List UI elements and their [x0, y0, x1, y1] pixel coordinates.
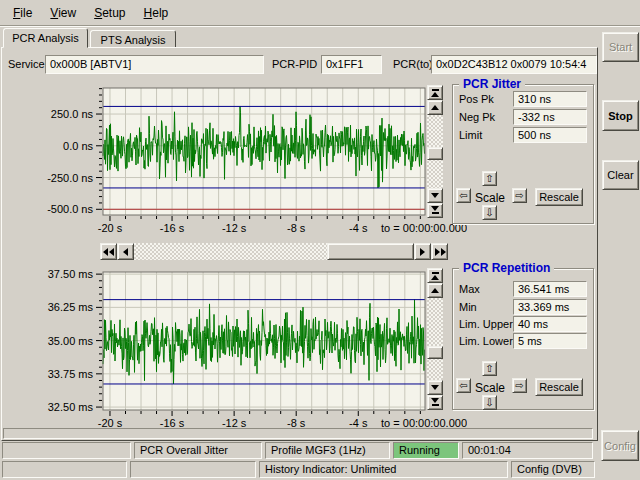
scroll-down-icon[interactable]: [427, 380, 443, 395]
status-history-indicator: History Indicator: Unlimited: [259, 461, 508, 478]
menu-help[interactable]: Help: [135, 3, 178, 23]
scale-down-icon[interactable]: ⇩: [482, 205, 497, 220]
pcr-pid-label: PCR-PID: [272, 58, 317, 70]
scroll-top-icon[interactable]: [427, 268, 443, 283]
pcr-repetition-group-title: PCR Repetition: [459, 261, 554, 275]
scroll-up-icon[interactable]: [427, 100, 443, 115]
pcr-pid-field: 0x1FF1: [321, 55, 382, 74]
tab-pts-analysis[interactable]: PTS Analysis: [90, 30, 176, 48]
svg-text:-12 s: -12 s: [222, 222, 247, 234]
jitter-scroll-track[interactable]: [427, 115, 443, 188]
pcr-jitter-chart: 250.0 ns0.0 ns-250.0 ns-500.0 ns-20 s-16…: [5, 84, 467, 236]
pcr-to-label: PCR(to): [393, 58, 433, 70]
status-profile: Profile MGF3 (1Hz): [265, 442, 390, 459]
svg-text:35.00 ms: 35.00 ms: [48, 335, 94, 347]
scroll-bottom-icon[interactable]: [427, 395, 443, 410]
svg-text:250.0 ns: 250.0 ns: [51, 108, 94, 120]
repetition-scroll-track[interactable]: [427, 298, 443, 380]
svg-text:32.50 ms: 32.50 ms: [48, 401, 94, 413]
scale-up-icon[interactable]: ⇧: [482, 171, 497, 186]
min-value: 33.369 ms: [513, 299, 587, 315]
jitter-vertical-scrollbar[interactable]: [427, 85, 443, 218]
time-scroll-thumb[interactable]: [327, 243, 414, 260]
time-scrollbar[interactable]: [100, 243, 448, 260]
config-button[interactable]: Config: [601, 430, 639, 461]
app-window: File View Setup Help PCR Analysis PTS An…: [0, 0, 640, 480]
svg-text:-250.0 ns: -250.0 ns: [47, 172, 93, 184]
lim-upper-label: Lim. Upper: [459, 318, 513, 330]
scale-up-icon[interactable]: ⇧: [482, 361, 497, 376]
scale-label: Scale: [475, 381, 505, 395]
status-config-mode: Config (DVB): [511, 461, 595, 478]
scroll-far-right-icon[interactable]: [431, 243, 448, 260]
scale-right-icon[interactable]: ⇨: [512, 378, 527, 393]
menu-view[interactable]: View: [41, 3, 85, 23]
scroll-up-icon[interactable]: [427, 283, 443, 298]
scale-right-icon[interactable]: ⇨: [512, 188, 527, 203]
scroll-far-left-icon[interactable]: [100, 243, 117, 260]
status2-cell-empty: [2, 461, 127, 478]
status-running: Running: [393, 442, 459, 459]
menu-setup[interactable]: Setup: [85, 3, 134, 23]
pcr-to-field: 0x0D2C43B12 0x0079 10:54:4: [431, 55, 597, 74]
scale-left-icon[interactable]: ⇦: [456, 188, 471, 203]
scale-label: Scale: [475, 191, 505, 205]
bottom-strip: [3, 428, 593, 439]
scroll-top-icon[interactable]: [427, 85, 443, 100]
svg-text:33.75 ms: 33.75 ms: [48, 368, 94, 380]
lim-lower-value: 5 ms: [513, 333, 587, 349]
svg-text:-500.0 ns: -500.0 ns: [47, 203, 93, 215]
jitter-scroll-thumb[interactable]: [427, 147, 443, 160]
neg-pk-value: -332 ns: [513, 109, 587, 125]
start-button[interactable]: Start: [602, 32, 639, 62]
svg-text:-8 s: -8 s: [287, 222, 306, 234]
scroll-left-icon[interactable]: [117, 243, 134, 260]
status-elapsed-time: 00:01:04: [462, 442, 593, 459]
pos-pk-value: 310 ns: [513, 91, 587, 107]
rescale-button[interactable]: Rescale: [535, 378, 583, 396]
limit-value: 500 ns: [513, 127, 587, 143]
lim-lower-label: Lim. Lower: [459, 335, 513, 347]
limit-label: Limit: [459, 129, 482, 141]
time-scroll-track[interactable]: [134, 243, 414, 260]
scale-down-icon[interactable]: ⇩: [482, 395, 497, 410]
repetition-vertical-scrollbar[interactable]: [427, 268, 443, 410]
status2-cell-empty: [130, 461, 256, 478]
scroll-down-icon[interactable]: [427, 188, 443, 203]
svg-text:37.50 ms: 37.50 ms: [48, 268, 94, 280]
rescale-button[interactable]: Rescale: [535, 188, 583, 206]
max-label: Max: [459, 283, 480, 295]
repetition-scroll-thumb[interactable]: [427, 346, 443, 359]
max-value: 36.541 ms: [513, 281, 587, 297]
scroll-bottom-icon[interactable]: [427, 203, 443, 218]
svg-text:-16 s: -16 s: [160, 222, 185, 234]
service-field: 0x000B [ABTV1]: [45, 55, 264, 74]
service-label: Service: [8, 58, 45, 70]
neg-pk-label: Neg Pk: [459, 111, 495, 123]
min-label: Min: [459, 301, 477, 313]
stop-button[interactable]: Stop: [602, 100, 639, 131]
menu-file[interactable]: File: [4, 3, 41, 23]
status-cell-empty: [2, 442, 131, 459]
svg-text:0.0 ns: 0.0 ns: [63, 140, 93, 152]
pos-pk-label: Pos Pk: [459, 93, 494, 105]
pcr-repetition-chart: 37.50 ms36.25 ms35.00 ms33.75 ms32.50 ms…: [5, 268, 467, 430]
status-measurement: PCR Overall Jitter: [134, 442, 262, 459]
svg-text:-4 s: -4 s: [349, 222, 368, 234]
menu-bar: File View Setup Help: [0, 0, 640, 25]
scale-left-icon[interactable]: ⇦: [456, 378, 471, 393]
svg-text:36.25 ms: 36.25 ms: [48, 301, 94, 313]
tab-pcr-analysis[interactable]: PCR Analysis: [3, 28, 88, 48]
svg-text:-20 s: -20 s: [98, 222, 123, 234]
clear-button[interactable]: Clear: [602, 160, 639, 190]
pcr-jitter-group-title: PCR Jitter: [459, 77, 525, 91]
pcr-jitter-group: PCR Jitter Pos Pk 310 ns Neg Pk -332 ns …: [452, 84, 594, 224]
pcr-repetition-group: PCR Repetition Max 36.541 ms Min 33.369 …: [452, 268, 594, 410]
lim-upper-value: 40 ms: [513, 316, 587, 332]
scroll-right-icon[interactable]: [414, 243, 431, 260]
